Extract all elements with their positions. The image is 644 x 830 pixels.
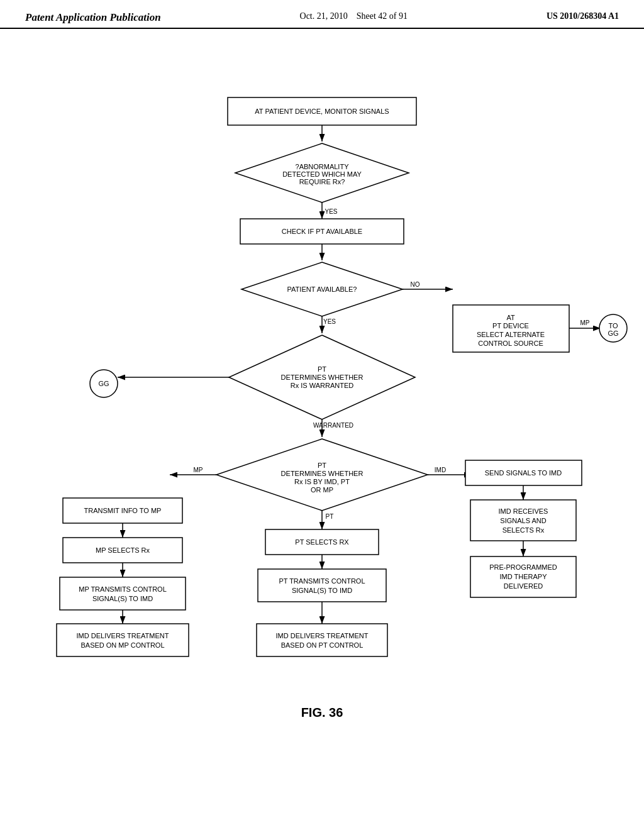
preprog-text1: PRE-PROGRAMMED: [489, 563, 557, 571]
monitor-text: AT PATIENT DEVICE, MONITOR SIGNALS: [255, 108, 389, 115]
yes-label1: ↓YES: [321, 208, 337, 215]
flowchart-svg: AT PATIENT DEVICE, MONITOR SIGNALS ?ABNO…: [0, 50, 644, 805]
mp-selects-text: MP SELECTS Rx: [96, 546, 150, 554]
imd-receives-text1: IMD RECEIVES: [499, 507, 548, 515]
yes-label2: YES: [323, 318, 336, 325]
abnormality-text3: REQUIRE Rx?: [299, 178, 345, 185]
at-pt-device-text4: CONTROL SOURCE: [478, 340, 543, 347]
mp-transmits-box: [60, 577, 186, 610]
transmit-info-text: TRANSMIT INFO TO MP: [84, 507, 162, 514]
imd-mp-control-box: [57, 624, 189, 656]
imd-label-right: IMD: [435, 467, 446, 473]
publication-title: Patent Application Publication: [25, 11, 161, 24]
to-gg-text2: GG: [608, 329, 618, 337]
abnormality-text2: DETECTED WHICH MAY: [282, 170, 362, 178]
page-header: Patent Application Publication Oct. 21, …: [0, 0, 644, 29]
mp-transmits-text2: SIGNAL(S) TO IMD: [92, 595, 153, 602]
to-gg-text1: TO: [608, 322, 618, 329]
pub-date: Oct. 21, 2010: [300, 11, 348, 21]
pt-det2-text4: OR MP: [311, 486, 333, 494]
pt-det2-text1: PT: [318, 462, 326, 469]
pt-det-text2: DETERMINES WHETHER: [281, 374, 364, 381]
pt-selects-text: PT SELECTS RX: [295, 538, 349, 546]
preprog-text2: IMD THERAPY: [500, 573, 548, 580]
mp-label-left: MP: [194, 467, 203, 473]
pt-transmits-box: [258, 569, 386, 602]
pt-det-text3: Rx IS WARRANTED: [291, 382, 353, 389]
preprog-text3: DELIVERED: [504, 582, 543, 590]
pt-det-text1: PT: [318, 365, 326, 373]
at-pt-device-text2: PT DEVICE: [492, 322, 529, 329]
sheet-info: Sheet 42 of 91: [357, 11, 408, 21]
at-pt-device-text1: AT: [506, 314, 515, 321]
patient-available-text: PATIENT AVAILABLE?: [287, 285, 357, 293]
pt-det2-text3: Rx IS BY IMD, PT: [294, 478, 350, 485]
send-signals-text: SEND SIGNALS TO IMD: [485, 469, 562, 477]
at-pt-device-text3: SELECT ALTERNATE: [477, 331, 545, 338]
check-pt-text: CHECK IF PT AVAILABLE: [282, 228, 362, 235]
pt-transmits-text1: PT TRANSMITS CONTROL: [279, 577, 365, 585]
pt-transmits-text2: SIGNAL(S) TO IMD: [292, 587, 352, 594]
mp-label-right: MP: [580, 319, 590, 326]
imd-mp-ctrl-text1: IMD DELIVERS TREATMENT: [77, 632, 169, 639]
imd-pt-ctrl-text1: IMD DELIVERS TREATMENT: [276, 632, 369, 639]
warranted-label: WARRANTED: [313, 422, 353, 429]
gg-text: GG: [98, 380, 109, 387]
patent-number: US 2010/268304 A1: [547, 11, 619, 21]
figure-label: FIG. 36: [301, 706, 343, 719]
mp-transmits-text1: MP TRANSMITS CONTROL: [79, 585, 167, 593]
no-label: NO: [411, 281, 420, 288]
flowchart-area: AT PATIENT DEVICE, MONITOR SIGNALS ?ABNO…: [0, 50, 644, 805]
imd-mp-ctrl-text2: BASED ON MP CONTROL: [80, 641, 164, 649]
header-center: Oct. 21, 2010 Sheet 42 of 91: [300, 11, 408, 21]
abnormality-text1: ?ABNORMALITY: [296, 163, 350, 170]
imd-receives-text2: SIGNALS AND: [500, 517, 546, 524]
imd-pt-control-box: [257, 624, 387, 656]
pt-det2-text2: DETERMINES WHETHER: [281, 470, 364, 477]
imd-receives-text3: SELECTS Rx: [502, 526, 545, 534]
imd-pt-ctrl-text2: BASED ON PT CONTROL: [281, 641, 364, 649]
pt-label-below: PT: [326, 513, 334, 520]
